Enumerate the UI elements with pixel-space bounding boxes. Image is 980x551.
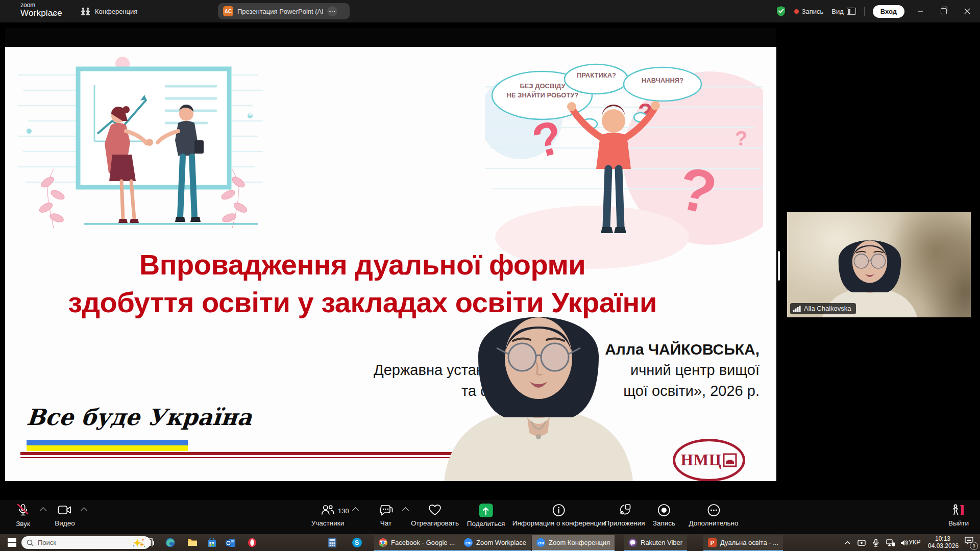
notification-count: 3: [970, 542, 978, 550]
record-icon: [657, 504, 671, 517]
task-view-icon[interactable]: [140, 534, 159, 551]
tab-more-icon[interactable]: [327, 6, 337, 16]
flag-blue-stripe: [27, 440, 188, 445]
org1-right: ичний центр вищої: [630, 360, 760, 381]
chat-chevron[interactable]: [402, 507, 409, 514]
bubble1-line1: БЕЗ ДОСВІДУ: [520, 82, 565, 90]
panel-scrollbar[interactable]: [778, 251, 780, 281]
record-dot-icon: [794, 9, 799, 14]
edge-browser-icon[interactable]: [161, 534, 179, 551]
opera-icon[interactable]: [243, 534, 261, 551]
participants-label: Участники: [311, 519, 345, 527]
tray-screen-share-icon[interactable]: [855, 539, 868, 546]
nmc-book-icon: [723, 453, 737, 467]
org2-right: щої освіти», 2026 р.: [623, 381, 760, 402]
sign-in-button[interactable]: Вход: [873, 5, 904, 18]
minimize-button[interactable]: [913, 4, 928, 19]
more-label: Дополнительно: [689, 519, 738, 527]
window-titlebar: zoom Workplace Конференция AC Презентаци…: [0, 0, 980, 22]
audio-options-chevron[interactable]: [40, 507, 46, 514]
presentation-slide: ? ? ? ?: [5, 47, 776, 481]
apps-label: Приложения: [605, 519, 645, 527]
record-button[interactable]: Запись: [653, 504, 675, 527]
powerpoint-icon: P: [708, 538, 717, 547]
slide-title-line1: Впровадження дуальної форми: [15, 246, 709, 284]
restore-button[interactable]: [936, 4, 951, 19]
microsoft-store-icon[interactable]: [203, 534, 221, 551]
thought-bubble-2: ПРАКТИКА?: [565, 71, 628, 79]
language-indicator[interactable]: УКР: [909, 539, 921, 546]
more-button[interactable]: Дополнительно: [689, 504, 738, 527]
search-icon: [27, 539, 34, 546]
tray-microphone-icon[interactable]: [870, 539, 882, 547]
apps-button[interactable]: Приложения: [605, 504, 645, 527]
tray-network-icon[interactable]: [884, 539, 896, 546]
taskbar-window-zoom-workplace[interactable]: zm Zoom Workplace: [459, 535, 531, 551]
participant-video: Alla Chaikovska: [787, 212, 971, 317]
tab-conference-label: Конференция: [95, 8, 137, 15]
skype-letter: S: [355, 539, 359, 546]
taskbar-window-zoom-meeting[interactable]: zm Zoom Конференция: [532, 535, 615, 551]
tray-expand-chevron[interactable]: [841, 541, 853, 544]
tab-presentation[interactable]: AC Презентация PowerPoint (Alla Ch: [218, 3, 350, 19]
workspace-chevron-down-icon[interactable]: [51, 8, 56, 17]
zoom-app-icon: zm: [464, 538, 473, 547]
tab-conference[interactable]: Конференция: [81, 3, 137, 19]
thought-bubble-3: НАВЧАННЯ?: [624, 77, 701, 84]
meeting-info-button[interactable]: Информация о конференции: [512, 504, 606, 527]
calculator-icon[interactable]: [323, 534, 341, 551]
leave-button[interactable]: Выйти: [948, 504, 969, 527]
participant-video-tile[interactable]: Alla Chaikovska: [783, 209, 975, 320]
participants-chevron[interactable]: [352, 507, 359, 514]
audio-button[interactable]: Звук: [16, 504, 30, 528]
chat-label: Чат: [380, 519, 391, 527]
taskbar-clock[interactable]: 10:13 04.03.2026: [928, 535, 958, 549]
recording-label: Запись: [802, 8, 824, 15]
security-shield-icon[interactable]: [776, 6, 786, 17]
handshake-illustration: [18, 55, 263, 243]
file-explorer-icon[interactable]: [183, 534, 202, 551]
info-icon: [552, 504, 566, 517]
video-label: Видео: [55, 519, 75, 527]
view-button[interactable]: Вид: [831, 8, 856, 15]
video-options-chevron[interactable]: [81, 507, 87, 514]
taskbar-search[interactable]: Поиск: [21, 536, 151, 549]
presenter-video-cutout: [436, 281, 641, 481]
camera-icon: [57, 504, 72, 517]
outlook-icon[interactable]: [222, 534, 240, 551]
leave-label: Выйти: [948, 519, 969, 527]
participant-name-label: Alla Chaikovska: [790, 303, 856, 314]
clock-date: 04.03.2026: [928, 542, 958, 549]
window-label: Rakuten Viber: [641, 539, 682, 546]
participants-count: 130: [338, 507, 349, 515]
screen: zoom Workplace Конференция AC Презентаци…: [0, 0, 980, 551]
taskbar-window-powerpoint[interactable]: P Дуальна освіта - ...: [703, 535, 783, 551]
mic-muted-icon: [16, 504, 30, 517]
participants-icon: [321, 504, 335, 517]
meeting-info-label: Информация о конференции: [512, 519, 606, 527]
taskbar-window-chrome[interactable]: Facebook - Google ...: [374, 535, 459, 551]
start-button[interactable]: [3, 534, 21, 551]
clock-time: 10:13: [928, 535, 958, 542]
zoom-toolbar: Звук Видео Участники 130: [0, 500, 980, 534]
zoom-icon-text: zm: [537, 540, 544, 545]
react-button[interactable]: Отреагировать: [411, 504, 459, 527]
divider: [864, 7, 865, 16]
audio-label: Звук: [16, 520, 30, 528]
system-tray: [841, 534, 911, 551]
chrome-icon: [379, 538, 387, 547]
search-placeholder: Поиск: [38, 539, 56, 546]
notification-center[interactable]: 3: [965, 537, 973, 544]
recording-indicator[interactable]: Запись: [794, 8, 824, 15]
video-button[interactable]: Видео: [55, 504, 75, 527]
taskbar-window-viber[interactable]: Rakuten Viber: [624, 535, 687, 551]
skype-icon[interactable]: S: [348, 534, 366, 551]
close-button[interactable]: [960, 4, 975, 19]
ppt-icon-text: P: [710, 540, 714, 546]
window-label: Zoom Конференция: [549, 539, 610, 546]
window-label: Zoom Workplace: [476, 539, 526, 546]
chat-button[interactable]: Чат: [379, 504, 393, 527]
more-icon: [707, 504, 720, 517]
share-button[interactable]: Поделиться: [467, 504, 505, 528]
thought-bubble-1: БЕЗ ДОСВІДУ НЕ ЗНАЙТИ РОБОТУ?: [493, 82, 593, 100]
